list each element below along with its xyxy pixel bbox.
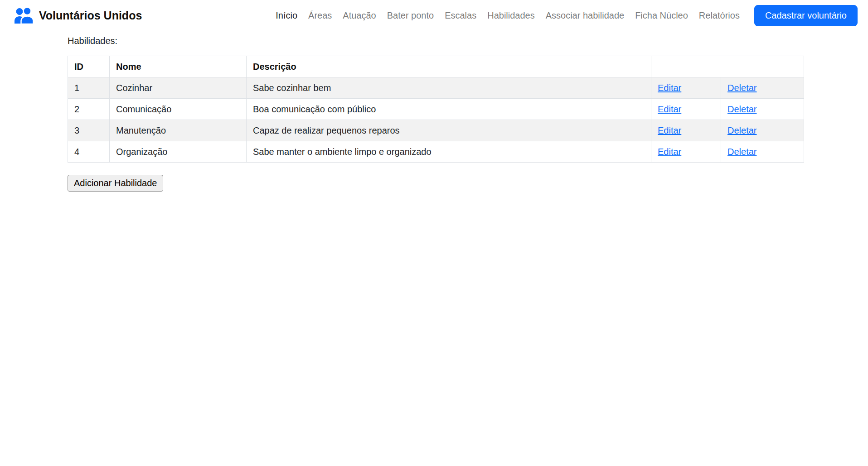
cell-nome: Comunicação	[110, 99, 247, 120]
main-content: Habilidades: ID Nome Descrição 1 Cozinha…	[0, 31, 868, 192]
nav-item-areas[interactable]: Áreas	[303, 7, 337, 24]
cell-nome: Organização	[110, 141, 247, 163]
adicionar-habilidade-button[interactable]: Adicionar Habilidade	[68, 175, 163, 192]
cell-id: 1	[68, 77, 110, 99]
table-header-row: ID Nome Descrição	[68, 56, 804, 77]
cell-delete: Deletar	[721, 99, 804, 120]
section-label: Habilidades:	[68, 35, 804, 46]
deletar-link[interactable]: Deletar	[727, 125, 756, 135]
cell-nome: Manutenção	[110, 120, 247, 141]
habilidades-table: ID Nome Descrição 1 Cozinhar Sabe cozinh…	[68, 56, 804, 163]
editar-link[interactable]: Editar	[658, 147, 681, 157]
cell-descricao: Sabe cozinhar bem	[247, 77, 651, 99]
deletar-link[interactable]: Deletar	[727, 104, 756, 114]
nav-item-inicio[interactable]: Início	[270, 7, 303, 24]
cell-edit: Editar	[651, 141, 721, 163]
table-row: 1 Cozinhar Sabe cozinhar bem Editar Dele…	[68, 77, 804, 99]
nav-item-associar-habilidade[interactable]: Associar habilidade	[540, 7, 630, 24]
editar-link[interactable]: Editar	[658, 83, 681, 93]
nav-item-habilidades[interactable]: Habilidades	[482, 7, 540, 24]
cell-edit: Editar	[651, 120, 721, 141]
cell-delete: Deletar	[721, 141, 804, 163]
cell-edit: Editar	[651, 99, 721, 120]
deletar-link[interactable]: Deletar	[727, 147, 756, 157]
col-header-id: ID	[68, 56, 110, 77]
table-row: 2 Comunicação Boa comunicação com públic…	[68, 99, 804, 120]
cell-nome: Cozinhar	[110, 77, 247, 99]
navbar: Voluntários Unidos Início Áreas Atuação …	[0, 0, 868, 31]
col-header-descricao: Descrição	[247, 56, 651, 77]
cell-descricao: Sabe manter o ambiente limpo e organizad…	[247, 141, 651, 163]
cell-delete: Deletar	[721, 120, 804, 141]
nav-item-escalas[interactable]: Escalas	[439, 7, 482, 24]
main-nav: Início Áreas Atuação Bater ponto Escalas…	[270, 7, 745, 24]
nav-item-atuacao[interactable]: Atuação	[337, 7, 381, 24]
brand-name: Voluntários Unidos	[39, 9, 142, 22]
cell-delete: Deletar	[721, 77, 804, 99]
cell-descricao: Boa comunicação com público	[247, 99, 651, 120]
cell-id: 2	[68, 99, 110, 120]
cell-descricao: Capaz de realizar pequenos reparos	[247, 120, 651, 141]
editar-link[interactable]: Editar	[658, 125, 681, 135]
cell-edit: Editar	[651, 77, 721, 99]
cell-id: 4	[68, 141, 110, 163]
table-row: 3 Manutenção Capaz de realizar pequenos …	[68, 120, 804, 141]
col-header-nome: Nome	[110, 56, 247, 77]
nav-item-ficha-nucleo[interactable]: Ficha Núcleo	[630, 7, 693, 24]
nav-item-relatorios[interactable]: Relatórios	[693, 7, 745, 24]
cell-id: 3	[68, 120, 110, 141]
cadastrar-voluntario-button[interactable]: Cadastrar voluntário	[754, 5, 858, 26]
editar-link[interactable]: Editar	[658, 104, 681, 114]
people-icon	[14, 6, 34, 24]
deletar-link[interactable]: Deletar	[727, 83, 756, 93]
col-header-actions	[651, 56, 804, 77]
table-row: 4 Organização Sabe manter o ambiente lim…	[68, 141, 804, 163]
brand[interactable]: Voluntários Unidos	[14, 6, 142, 24]
nav-item-bater-ponto[interactable]: Bater ponto	[382, 7, 439, 24]
